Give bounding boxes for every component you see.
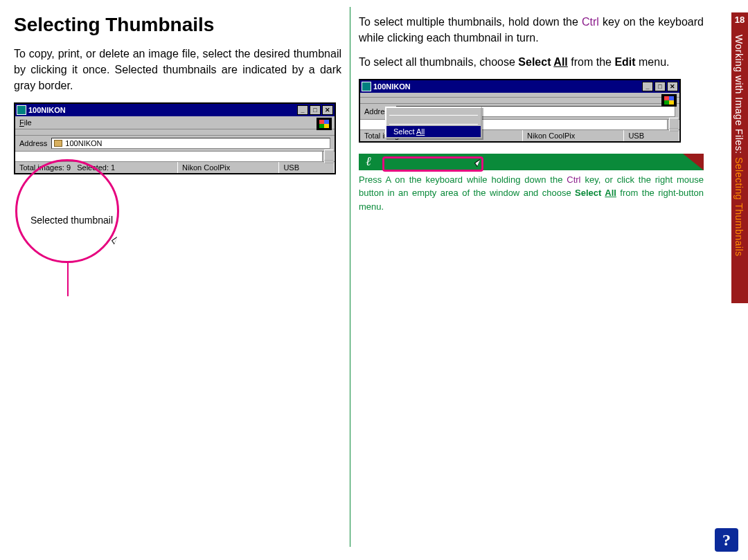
right-paragraph-2: To select all thumbnails, choose Select … [359,54,704,70]
window-title: 100NIKON [28,106,66,114]
minimize-button[interactable]: _ [297,105,308,115]
menu-file[interactable]: File [19,118,32,127]
toolbar [360,98,679,104]
address-bar: Address 100NIKON [15,136,335,152]
address-field[interactable]: 100NIKON [51,138,330,149]
scrollbar[interactable] [322,152,333,161]
maximize-button[interactable]: □ [654,82,666,91]
side-tab-text: Working with Image Files: Selecting Thum… [733,35,745,257]
close-button[interactable]: ✕ [322,105,333,115]
menu-item-paste[interactable] [386,111,481,114]
window-title: 100NIKON [373,82,411,91]
menu-item-delete[interactable] [386,120,481,123]
edit-dropdown[interactable]: Select All [385,107,482,138]
folder-icon [54,140,62,147]
tip-bar: ℓ [359,154,704,170]
explorer-window-left: 100NIKON _ □ ✕ File Address [14,102,336,174]
folder-icon [362,82,371,91]
right-paragraph-1: To select multiple thumbnails, hold down… [359,14,704,46]
toolbar [15,129,335,136]
highlight-leader-line [67,263,69,296]
window-titlebar: 100NIKON _ □ ✕ [15,104,335,116]
menubar: File [15,116,335,129]
help-icon[interactable]: ? [715,528,738,552]
address-label: Address [19,139,47,147]
status-bar: Total images: 9 Selected: 1 Nikon CoolPi… [15,161,335,173]
page-number: 18 [731,15,748,25]
window-titlebar: 100NIKON _ □ ✕ [360,80,679,93]
scrollbar[interactable] [667,120,678,129]
windows-logo-icon [317,118,332,130]
left-paragraph: To copy, print, or delete an image file,… [14,46,341,94]
tip-text: Press A on the keyboard while holding do… [359,173,704,214]
thumbnail-area[interactable] [15,152,335,161]
tip-icon: ℓ [366,154,371,169]
folder-icon [17,105,26,115]
maximize-button[interactable]: □ [310,105,321,115]
page-heading: Selecting Thumbnails [14,14,341,36]
explorer-window-right: 100NIKON _ □ ✕ Address [359,79,681,143]
windows-logo-icon [661,94,677,107]
highlight-circle [15,159,119,263]
menu-item-select-all[interactable]: Select All [386,126,481,137]
address-value: 100NIKON [65,139,102,147]
close-button[interactable]: ✕ [667,82,678,91]
menubar [360,93,679,98]
cursor-icon [112,238,122,251]
selected-thumbnail-caption: Selected thumbnail [30,215,341,226]
minimize-button[interactable]: _ [642,82,653,91]
side-tab: 18 Working with Image Files: Selecting T… [731,12,748,303]
